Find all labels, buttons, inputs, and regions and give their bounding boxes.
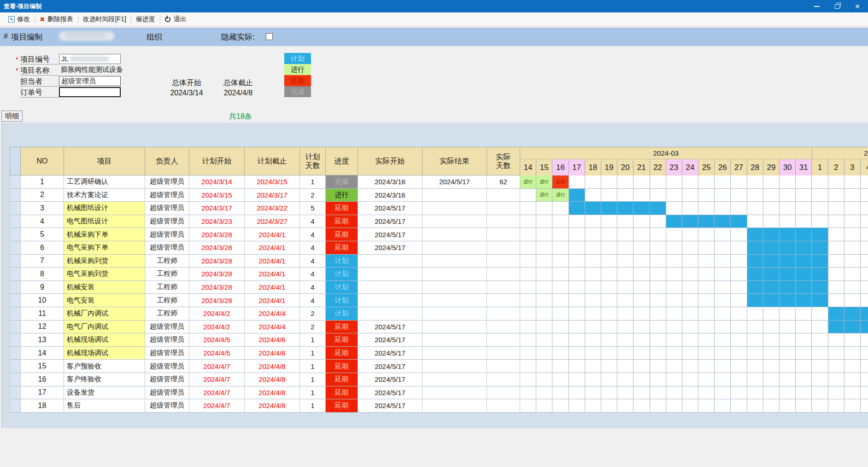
gantt-cell [520,307,536,321]
overall-end-value: 2024/4/8 [213,89,264,97]
table-row[interactable]: 8电气采购到货工程师2024/3/282024/4/14计划 [10,268,868,281]
gantt-cell [698,386,715,400]
table-row[interactable]: 15客户预验收超级管理员2024/4/72024/4/81延期2024/5/17 [10,360,868,373]
column-header-2[interactable]: 负责人 [145,147,189,175]
gantt-day-header[interactable]: 31 [796,159,812,175]
column-header-9[interactable]: 实际 天数 [487,147,520,175]
gantt-day-header[interactable]: 25 [698,159,715,175]
gantt-cell [666,202,682,215]
gantt-cell [796,333,812,347]
gantt-cell [845,307,861,321]
gantt-cell [731,333,747,347]
restore-button[interactable] [834,3,840,10]
gantt-day-header[interactable]: 20 [617,159,633,175]
cell-actual-days [487,347,520,360]
gantt-day-header[interactable]: 14 [520,159,536,175]
table-row[interactable]: 10电气安装工程师2024/3/282024/4/14计划 [10,294,868,307]
gantt-day-header[interactable]: 26 [715,159,731,175]
gantt-day-header[interactable]: 16 [552,159,569,175]
gantt-cell [650,386,666,400]
gantt-day-header[interactable]: 19 [601,159,617,175]
gantt-cell [731,360,747,373]
gantt-day-header[interactable]: 18 [585,159,601,175]
gantt-cell [828,386,845,400]
gantt-cell [812,202,828,215]
modify-button[interactable]: ✎ 修改 [4,14,35,25]
table-row[interactable]: 1工艺调研确认超级管理员2024/3/142024/3/151完成2024/3/… [10,175,868,189]
close-button[interactable]: × [854,3,861,10]
gantt-day-header[interactable]: 21 [633,159,650,175]
table-row[interactable]: 13机械现场调试超级管理员2024/4/52024/4/61延期2024/5/1… [10,333,868,347]
delete-report-button[interactable]: ✖ 删除报表 [35,14,78,25]
gantt-day-header[interactable]: 17 [569,159,585,175]
exit-button[interactable]: 退出 [160,14,191,25]
column-header-7[interactable]: 实际开始 [358,147,422,175]
gantt-cell [747,386,763,400]
gantt-day-header[interactable]: 15 [536,159,552,175]
power-icon [165,17,170,22]
table-row[interactable]: 2技术方案论证超级管理员2024/3/152024/3/172进行2024/3/… [10,189,868,202]
table-row[interactable]: 7机械采购到货工程师2024/3/282024/4/14计划 [10,255,868,268]
change-period-button[interactable]: 改选时间段[F1] [78,14,131,25]
cell-status-delay: 延期 [326,333,358,347]
urge-progress-button[interactable]: 催进度 [131,14,160,25]
table-row[interactable]: 14机械现场调试超级管理员2024/4/52024/4/61延期2024/5/1… [10,347,868,360]
gantt-cell [666,255,682,268]
order-no-input[interactable] [59,87,121,97]
cell-project-name: 机械现场调试 [64,333,145,347]
gantt-day-header[interactable]: 4 [861,159,868,175]
gantt-cell [845,175,861,189]
gantt-cell [682,215,698,228]
column-header-1[interactable]: 项目 [64,147,145,175]
minimize-button[interactable] [814,3,820,10]
table-row[interactable]: 12电气厂内调试超级管理员2024/4/22024/4/42延期2024/5/1… [10,321,868,334]
tab-detail[interactable]: 明细 [1,111,23,122]
hide-actual-checkbox[interactable] [266,33,273,40]
table-row[interactable]: 3机械图纸设计超级管理员2024/3/172024/3/225延期2024/5/… [10,202,868,215]
column-header-8[interactable]: 实际结束 [422,147,487,175]
gantt-cell-done: 进行 [520,175,536,189]
gantt-day-header[interactable]: 27 [731,159,747,175]
column-header-3[interactable]: 计划开始 [189,147,245,175]
gantt-cell-done: 延期 [552,175,569,189]
window-title: 查看-项目编制 [0,2,41,11]
column-header-6[interactable]: 进度 [326,147,358,175]
cell-actual-start [358,255,422,268]
column-header-0[interactable]: NO [21,147,64,175]
gantt-day-header[interactable]: 2 [828,159,845,175]
gantt-day-header[interactable]: 1 [812,159,828,175]
table-row[interactable]: 6电气采购下单超级管理员2024/3/282024/4/14延期2024/5/1… [10,241,868,255]
owner-input[interactable]: 超级管理员 [59,76,121,86]
cell-plan-start: 2024/3/28 [189,255,245,268]
gantt-cell [650,241,666,255]
gantt-cell [812,307,828,321]
table-row[interactable]: 5机械采购下单超级管理员2024/3/282024/4/14延期2024/5/1… [10,228,868,241]
gantt-day-header[interactable]: 3 [845,159,861,175]
table-row[interactable]: 16客户终验收超级管理员2024/4/72024/4/81延期2024/5/17 [10,373,868,386]
gantt-cell [569,307,585,321]
column-header-5[interactable]: 计划 天数 [300,147,326,175]
table-row[interactable]: 4电气图纸设计超级管理员2024/3/232024/3/274延期2024/5/… [10,215,868,228]
cell-plan-days: 4 [300,281,326,294]
project-name-input[interactable]: 膨胀阀性能测试设备 [59,65,151,75]
gantt-cell [747,347,763,360]
gantt-day-header[interactable]: 28 [747,159,763,175]
table-row[interactable]: 9机械安装工程师2024/3/282024/4/14计划 [10,281,868,294]
gantt-cell [520,294,536,307]
table-row[interactable]: 11机械厂内调试工程师2024/4/22024/4/42计划 [10,307,868,321]
table-row[interactable]: 17设备发货超级管理员2024/4/72024/4/81延期2024/5/17 [10,386,868,400]
gantt-day-header[interactable]: 23 [666,159,682,175]
project-no-input[interactable]: JL [59,54,121,64]
gantt-cell [747,360,763,373]
gantt-day-header[interactable]: 29 [763,159,780,175]
minimize-icon [814,6,820,7]
column-header-4[interactable]: 计划截止 [245,147,300,175]
gantt-day-header[interactable]: 24 [682,159,698,175]
gantt-cell [812,228,828,241]
gantt-cell [585,228,601,241]
gantt-day-header[interactable]: 22 [650,159,666,175]
gantt-day-header[interactable]: 30 [780,159,796,175]
gantt-cell [650,333,666,347]
table-row[interactable]: 18售后超级管理员2024/4/72024/4/81延期2024/5/17 [10,399,868,413]
gantt-cell [552,399,569,413]
